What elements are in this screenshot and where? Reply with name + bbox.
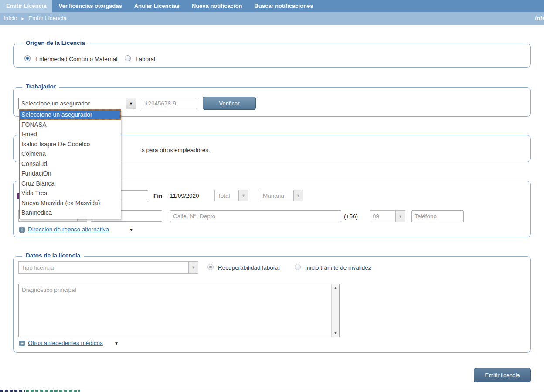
diagnostico-placeholder: Diagnóstico principal bbox=[22, 287, 76, 293]
tab-emitir-licencia[interactable]: Emitir Licencia bbox=[0, 0, 52, 13]
top-navigation: Emitir Licencia Ver licencias otorgadas … bbox=[0, 0, 544, 12]
page: Emitir Licencia Ver licencias otorgadas … bbox=[0, 0, 544, 392]
tipo-licencia-select: Tipo licencia ▼ bbox=[18, 261, 198, 274]
phone-code-select: 09 ▼ bbox=[370, 210, 405, 222]
dropdown-option[interactable]: FONASA bbox=[20, 120, 121, 130]
radio-enfermedad-comun-label: Enfermedad Común o Maternal bbox=[35, 56, 117, 62]
direccion-alternativa-link[interactable]: Dirección de reposo alternativa bbox=[28, 226, 109, 233]
radio-laboral[interactable] bbox=[125, 55, 131, 61]
calle-input[interactable] bbox=[170, 210, 341, 222]
radio-recuperabilidad-label: Recuperabilidad laboral bbox=[218, 264, 280, 271]
scroll-down-icon[interactable]: ▼ bbox=[332, 330, 339, 336]
expand-triangle-icon[interactable]: ▼ bbox=[129, 227, 133, 232]
chevron-down-icon: ▼ bbox=[395, 211, 405, 222]
plus-icon[interactable]: + bbox=[19, 341, 25, 346]
breadcrumb-bar: Inicio ► Emitir Licencia inte bbox=[0, 12, 544, 25]
bottom-divider bbox=[0, 389, 544, 389]
tab-ver-licencias-otorgadas[interactable]: Ver licencias otorgadas bbox=[52, 0, 128, 12]
fieldset-datos-legend: Datos de la licencia bbox=[22, 252, 84, 259]
otros-antecedentes-link[interactable]: Otros antecedentes médicos bbox=[28, 340, 103, 346]
radio-recuperabilidad bbox=[207, 264, 214, 270]
dropdown-option[interactable]: Isalud Isapre De Codelco bbox=[20, 139, 121, 149]
radio-laboral-label: Laboral bbox=[136, 56, 155, 62]
chevron-down-icon[interactable]: ▼ bbox=[126, 98, 136, 109]
phone-code-select-value: 09 bbox=[370, 213, 395, 220]
insurer-select[interactable]: Seleccione un asegurador ▼ bbox=[18, 98, 136, 109]
dropdown-option[interactable]: FundaciÓn bbox=[20, 169, 121, 179]
chevron-down-icon: ▼ bbox=[238, 190, 248, 201]
telefono-input[interactable] bbox=[411, 210, 464, 222]
radio-enfermedad-comun[interactable] bbox=[24, 55, 31, 61]
textarea-scrollbar[interactable]: ▲ ▼ bbox=[331, 284, 339, 337]
fieldset-origen-legend: Origen de la Licencia bbox=[22, 40, 88, 46]
breadcrumb: Inicio ► Emitir Licencia bbox=[3, 12, 67, 25]
radio-invalidez bbox=[295, 264, 301, 270]
insurer-dropdown-list: Seleccione un asegurador FONASA I-med Is… bbox=[19, 109, 121, 219]
dropdown-option[interactable]: Banmedica bbox=[20, 208, 121, 218]
emitir-licencia-button[interactable]: Emitir licencia bbox=[474, 368, 531, 382]
dropdown-option[interactable]: Nueva Masvida (ex Masvida) bbox=[20, 198, 121, 208]
breadcrumb-arrow-icon: ► bbox=[19, 16, 27, 21]
insurer-select-value: Seleccione un asegurador bbox=[19, 100, 126, 107]
plus-icon[interactable]: + bbox=[19, 227, 25, 233]
tab-buscar-notificaciones[interactable]: Buscar notificaciones bbox=[248, 0, 319, 12]
phone-prefix-label: (+56) bbox=[344, 213, 358, 220]
footer-link-fragment-navy bbox=[0, 390, 25, 392]
radio-invalidez-label: Inicio trámite de invalidez bbox=[305, 264, 371, 271]
chevron-down-icon: ▼ bbox=[293, 190, 303, 201]
dropdown-option[interactable]: Cruz Blanca bbox=[20, 179, 121, 189]
fieldset-trabajador-legend: Trabajador bbox=[22, 83, 59, 90]
fin-date-value: 11/09/2020 bbox=[170, 193, 199, 199]
dropdown-option[interactable]: Consalud bbox=[20, 159, 121, 169]
periodo-select: Mañana ▼ bbox=[260, 190, 303, 201]
chevron-down-icon: ▼ bbox=[188, 262, 198, 273]
scroll-up-icon[interactable]: ▲ bbox=[332, 285, 339, 291]
breadcrumb-right-text: inte bbox=[535, 12, 544, 25]
rut-input[interactable] bbox=[142, 98, 197, 109]
footer-link-fragment-green bbox=[26, 390, 80, 392]
dropdown-option[interactable]: Seleccione un asegurador bbox=[20, 110, 121, 120]
jornada-select: Total ▼ bbox=[214, 190, 248, 201]
expand-triangle-icon[interactable]: ▼ bbox=[114, 341, 119, 346]
fin-label: Fin bbox=[153, 193, 162, 199]
diagnostico-textarea[interactable]: Diagnóstico principal ▲ ▼ bbox=[18, 284, 340, 337]
breadcrumb-home[interactable]: Inicio bbox=[3, 15, 17, 21]
jornada-select-value: Total bbox=[215, 193, 238, 199]
verify-button[interactable]: Verificar bbox=[203, 97, 256, 110]
breadcrumb-current: Emitir Licencia bbox=[28, 15, 67, 21]
tab-anular-licencias[interactable]: Anular Licencias bbox=[128, 0, 186, 12]
dropdown-option[interactable]: Vida Tres bbox=[20, 188, 121, 198]
dropdown-option[interactable]: Colmena bbox=[20, 149, 121, 159]
periodo-select-value: Mañana bbox=[260, 193, 293, 199]
dropdown-option[interactable]: I-med bbox=[20, 129, 121, 139]
tab-nueva-notificacion[interactable]: Nueva notificación bbox=[186, 0, 248, 12]
tipo-licencia-select-value: Tipo licencia bbox=[19, 264, 188, 271]
empleadores-text-fragment: s para otros empleadores. bbox=[142, 147, 210, 153]
